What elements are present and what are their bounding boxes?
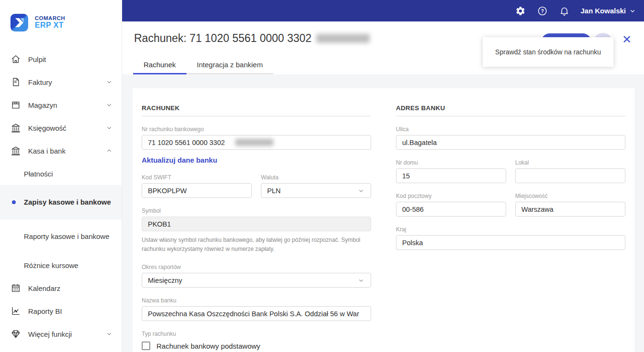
field-label: Kod pocztowy	[396, 193, 506, 199]
bank-icon	[10, 123, 21, 133]
symbol-help-text: Ustaw własny symbol rachunku bankowego, …	[142, 236, 366, 253]
help-icon[interactable]: ?	[537, 5, 548, 17]
close-icon[interactable]: ✕	[621, 34, 633, 46]
section-adres-banku: ADRES BANKU Ulica Nr domu Lokal Kod pocz…	[396, 104, 625, 352]
tab-rachunek[interactable]: Rachunek	[133, 56, 187, 74]
sidebar-item-raporty-bi[interactable]: Raporty BI	[0, 300, 122, 322]
box-icon	[10, 100, 21, 110]
basic-account-checkbox[interactable]	[142, 342, 150, 350]
chevron-down-icon	[105, 330, 113, 338]
tab-bar: Rachunek Integracja z bankiem	[133, 56, 273, 74]
account-number-input[interactable]	[142, 135, 371, 150]
tooltip-check-balance: Sprawdź stan środków na rachunku	[483, 37, 613, 67]
invoice-icon	[10, 77, 21, 87]
settings-gear-icon[interactable]	[515, 5, 526, 17]
diamond-icon	[10, 329, 21, 339]
section-rachunek: RACHUNEK Nr rachunku bankowego Aktualizu…	[142, 104, 371, 352]
field-label: Kod SWIFT	[142, 174, 252, 181]
sidebar-item-ksiegowosc[interactable]: Księgowość	[0, 116, 122, 139]
chevron-down-icon	[357, 187, 365, 195]
comarch-logo-icon	[10, 14, 28, 31]
sidebar-menu: Pulpit Faktury Magazyn Księgowość	[0, 48, 122, 345]
field-label: Miejscowość	[515, 193, 625, 199]
field-label: Waluta	[261, 174, 371, 181]
street-input[interactable]	[396, 135, 625, 150]
field-label: Lokal	[515, 159, 625, 166]
sidebar-item-wiecej-funkcji[interactable]: Więcej funkcji	[0, 322, 122, 345]
country-input[interactable]	[396, 235, 625, 250]
active-item-dot	[12, 200, 16, 204]
brand-line1: COMARCH	[35, 15, 65, 21]
page-title: Rachunek: 71 1020 5561 0000 3302	[134, 32, 370, 45]
user-menu[interactable]: Jan Kowalski	[581, 7, 636, 15]
postal-code-input[interactable]	[396, 202, 506, 217]
sidebar-item-zapisy-kasowe-i-bankowe[interactable]: Zapisy kasowe i bankowe	[0, 185, 122, 219]
field-label: Nazwa banku	[142, 297, 371, 304]
report-period-select[interactable]: Miesięczny	[142, 273, 371, 288]
sidebar-item-raporty-kasowe-i-bankowe[interactable]: Raporty kasowe i bankowe	[0, 219, 122, 254]
sidebar-item-roznice-kursowe[interactable]: Różnice kursowe	[0, 254, 122, 277]
bank-name-input[interactable]	[142, 306, 371, 321]
sidebar-item-pulpit[interactable]: Pulpit	[0, 48, 122, 71]
section-title: ADRES BANKU	[396, 104, 625, 116]
sidebar-item-kalendarz[interactable]: Kalendarz	[0, 277, 122, 300]
redacted-account-digits	[316, 34, 370, 43]
notifications-bell-icon[interactable]	[559, 5, 570, 17]
tab-integracja-z-bankiem[interactable]: Integracja z bankiem	[187, 56, 273, 74]
chevron-up-icon	[105, 147, 113, 155]
calendar-icon	[10, 283, 21, 293]
checkbox-label: Rachunek bankowy podstawowy	[156, 342, 260, 350]
sidebar-item-magazyn[interactable]: Magazyn	[0, 93, 122, 116]
chevron-down-icon	[105, 78, 113, 86]
chevron-down-icon	[105, 101, 113, 109]
field-label: Symbol	[142, 207, 371, 214]
sidebar-item-kasa-i-bank[interactable]: Kasa i bank	[0, 139, 122, 162]
sidebar: COMARCH ERP XT Pulpit Faktury Magazyn	[0, 0, 122, 352]
field-label: Nr domu	[396, 159, 506, 166]
page-header: Rachunek: 71 1020 5561 0000 3302 ✕ Spraw…	[122, 21, 644, 74]
form-card: RACHUNEK Nr rachunku bankowego Aktualizu…	[133, 88, 634, 352]
home-icon	[10, 54, 21, 64]
field-label: Kraj	[396, 226, 625, 233]
house-number-input[interactable]	[396, 168, 506, 183]
chevron-down-icon	[105, 124, 113, 132]
section-title: RACHUNEK	[142, 104, 371, 116]
content-area: RACHUNEK Nr rachunku bankowego Aktualizu…	[122, 74, 644, 352]
sidebar-item-faktury[interactable]: Faktury	[0, 71, 122, 93]
city-input[interactable]	[515, 202, 625, 217]
brand-line2: ERP XT	[35, 21, 65, 30]
apartment-input[interactable]	[515, 168, 625, 183]
swift-code-input[interactable]	[142, 183, 252, 198]
currency-select[interactable]: PLN	[261, 183, 371, 198]
symbol-input	[142, 217, 371, 231]
update-bank-data-link[interactable]: Aktualizuj dane banku	[142, 156, 217, 164]
bank-icon	[10, 145, 21, 156]
svg-text:?: ?	[541, 8, 544, 13]
field-label: Typ rachunku	[142, 331, 371, 337]
field-label: Ulica	[396, 126, 625, 133]
sidebar-item-platnosci[interactable]: Płatności	[0, 162, 122, 185]
user-name: Jan Kowalski	[581, 7, 626, 15]
field-label: Nr rachunku bankowego	[142, 126, 371, 133]
field-label: Okres raportów	[142, 264, 371, 270]
chart-icon	[10, 306, 21, 316]
chevron-down-icon	[357, 277, 365, 284]
chevron-down-icon	[629, 7, 636, 15]
comarch-logo[interactable]: COMARCH ERP XT	[10, 13, 122, 31]
topbar: ? Jan Kowalski	[122, 0, 644, 21]
